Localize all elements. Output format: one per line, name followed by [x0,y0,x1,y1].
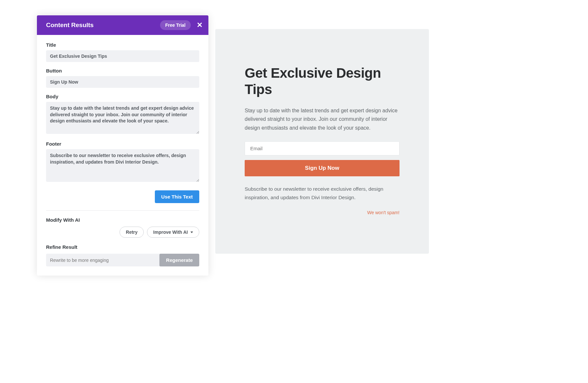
footer-label: Footer [46,141,199,147]
button-input[interactable] [46,76,199,88]
modify-with-ai-label: Modify With AI [46,217,199,223]
regenerate-button[interactable]: Regenerate [159,254,199,266]
panel-title: Content Results [46,22,94,29]
refine-row: Regenerate [46,254,199,266]
use-this-text-button[interactable]: Use This Text [155,190,199,203]
button-label: Button [46,68,199,73]
body-label: Body [46,94,199,99]
content-results-panel: Content Results Free Trial ✕ Title Butto… [37,15,208,276]
email-field[interactable] [245,141,400,155]
title-input[interactable] [46,50,199,62]
refine-input[interactable] [46,254,157,266]
preview-footer: Subscribe to our newsletter to receive e… [245,185,400,201]
panel-header: Content Results Free Trial ✕ [37,15,208,35]
retry-button[interactable]: Retry [120,227,144,238]
no-spam-note: We won't spam! [245,210,400,215]
divider [46,210,199,211]
preview-body: Stay up to date with the latest trends a… [245,106,400,132]
improve-with-ai-button[interactable]: Improve With AI [147,227,199,238]
title-label: Title [46,42,199,48]
footer-textarea[interactable]: Subscribe to our newsletter to receive e… [46,149,199,182]
preview-title: Get Exclusive Design Tips [245,65,400,98]
chevron-down-icon [190,231,193,233]
body-textarea[interactable]: Stay up to date with the latest trends a… [46,102,199,134]
retry-label: Retry [126,230,138,235]
close-icon[interactable]: ✕ [197,22,203,29]
sign-up-button[interactable]: Sign Up Now [245,160,400,176]
refine-result-label: Refine Result [46,244,199,250]
improve-label: Improve With AI [153,230,188,235]
preview-pane: Get Exclusive Design Tips Stay up to dat… [215,29,429,254]
free-trial-button[interactable]: Free Trial [160,20,191,30]
